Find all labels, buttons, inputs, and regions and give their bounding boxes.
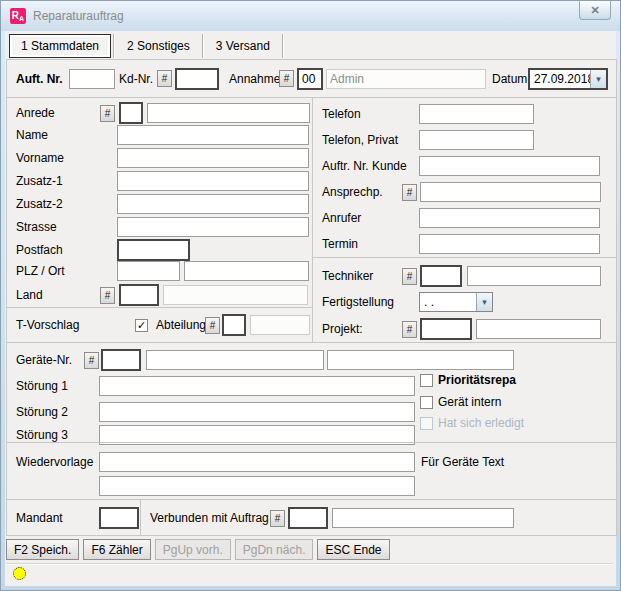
mandant-input[interactable] [99, 507, 139, 529]
abteilung-input[interactable] [250, 315, 310, 335]
fertigstellung-value: . . [420, 295, 476, 309]
techniker-lookup-button[interactable]: # [402, 268, 417, 285]
stoerung1-row: Störung 1 [7, 376, 616, 396]
name-input[interactable] [117, 125, 309, 145]
zusatz2-row: Zusatz-2 [7, 194, 312, 214]
termin-input[interactable] [419, 234, 600, 254]
abteilung-code-input[interactable] [222, 314, 246, 336]
telefon-privat-label: Telefon, Privat [322, 133, 419, 147]
esc-end-button[interactable]: ESC Ende [317, 539, 389, 560]
verbunden-code-input[interactable] [288, 507, 328, 529]
vorname-input[interactable] [117, 148, 309, 168]
kd-nr-input[interactable] [175, 68, 219, 90]
kd-nr-lookup-button[interactable]: # [157, 70, 172, 87]
projekt-lookup-button[interactable]: # [402, 321, 417, 338]
projekt-row: Projekt: # [313, 318, 616, 340]
geraet-intern-option: Gerät intern [420, 395, 501, 409]
hat-sich-erledigt-checkbox[interactable] [420, 417, 433, 430]
counter-button[interactable]: F6 Zähler [83, 539, 150, 560]
stoerung1-input[interactable] [99, 376, 415, 396]
anrufer-label: Anrufer [322, 211, 419, 225]
telefon-privat-input[interactable] [419, 130, 534, 150]
t-vorschlag-label: T-Vorschlag [16, 318, 135, 332]
close-button[interactable]: ✕ [579, 1, 611, 20]
tab-separator [202, 34, 204, 58]
verbunden-lookup-button[interactable]: # [270, 510, 285, 527]
geraet-intern-label: Gerät intern [438, 395, 501, 409]
wiedervorlage-input-1[interactable] [99, 452, 415, 472]
zusatz1-label: Zusatz-1 [16, 174, 117, 188]
anrede-code-input[interactable] [119, 102, 143, 124]
land-code-input[interactable] [119, 284, 159, 306]
zusatz2-input[interactable] [117, 194, 309, 214]
app-icon-letter-r: R [12, 11, 19, 21]
annahme-label: Annahme [229, 72, 279, 86]
fertigstellung-row: Fertigstellung . . ▾ [313, 292, 616, 312]
stoerung3-label: Störung 3 [16, 428, 99, 442]
projekt-label: Projekt: [322, 322, 402, 336]
pgup-previous-button[interactable]: PgUp vorh. [155, 539, 231, 560]
plz-input[interactable] [117, 261, 180, 281]
contact-section: Telefon Telefon, Privat Auftr. Nr. Kunde… [312, 98, 616, 342]
ansprechp-input[interactable] [420, 182, 601, 202]
save-button[interactable]: F2 Speich. [6, 539, 79, 560]
techniker-input[interactable] [467, 266, 601, 286]
t-vorschlag-section: T-Vorschlag ✓ Abteilung # [7, 307, 312, 342]
pgdn-next-button[interactable]: PgDn näch. [235, 539, 314, 560]
order-header-section: Auft. Nr. Kd-Nr. # Annahme # Datum 27.09… [7, 60, 616, 98]
abteilung-lookup-button[interactable]: # [205, 317, 220, 334]
termin-row: Termin [313, 234, 616, 254]
techniker-code-input[interactable] [420, 265, 462, 287]
projekt-input[interactable] [476, 319, 601, 339]
verbunden-label: Verbunden mit Auftrag [150, 511, 270, 525]
fertigstellung-combobox[interactable]: . . ▾ [419, 292, 493, 312]
address-section: Anrede # Name Vorname Zusatz-1 [7, 98, 312, 342]
vorname-row: Vorname [7, 148, 312, 168]
auftr-nr-kunde-label: Auftr. Nr. Kunde [322, 159, 419, 173]
tab-sonstiges[interactable]: 2 Sonstiges [117, 35, 200, 57]
geraete-nr-input-2[interactable] [327, 350, 514, 370]
t-vorschlag-checkbox[interactable]: ✓ [135, 319, 148, 332]
land-lookup-button[interactable]: # [100, 287, 115, 304]
tab-versand[interactable]: 3 Versand [206, 35, 280, 57]
geraete-nr-code-input[interactable] [101, 349, 141, 371]
datum-dropdown-button[interactable]: ▾ [590, 70, 606, 88]
telefon-row: Telefon [313, 104, 616, 124]
auft-nr-input[interactable] [69, 69, 115, 89]
stoerung2-input[interactable] [99, 402, 415, 422]
annahme-lookup-button[interactable]: # [279, 70, 294, 87]
annahme-code-input[interactable] [297, 68, 323, 90]
postfach-input[interactable] [117, 239, 190, 261]
strasse-row: Strasse [7, 217, 312, 237]
auftr-nr-kunde-input[interactable] [419, 156, 600, 176]
chevron-down-icon: ▾ [482, 297, 487, 307]
check-icon: ✓ [137, 320, 146, 331]
anrede-input[interactable] [147, 103, 310, 123]
tab-stammdaten[interactable]: 1 Stammdaten [9, 34, 111, 58]
window-title: Reparaturauftrag [33, 9, 124, 23]
termin-label: Termin [322, 237, 419, 251]
name-label: Name [16, 128, 117, 142]
projekt-code-input[interactable] [420, 318, 472, 340]
hat-sich-erledigt-option: Hat sich erledigt [420, 416, 524, 430]
wiedervorlage-row-1: Wiedervorlage Für Geräte Text [7, 452, 616, 472]
zusatz1-input[interactable] [117, 171, 309, 191]
wiedervorlage-input-2[interactable] [99, 476, 415, 496]
annahme-user-input[interactable] [326, 69, 486, 89]
geraete-nr-input-1[interactable] [146, 350, 324, 370]
telefon-label: Telefon [322, 107, 419, 121]
telefon-input[interactable] [419, 104, 534, 124]
ansprechp-lookup-button[interactable]: # [402, 184, 417, 201]
anrufer-input[interactable] [419, 208, 600, 228]
datum-combobox[interactable]: 27.09.2018 ▾ [528, 68, 608, 90]
ort-input[interactable] [184, 261, 309, 281]
anrede-lookup-button[interactable]: # [100, 105, 115, 122]
abteilung-label: Abteilung [156, 318, 202, 332]
prioritaetsrepa-checkbox[interactable] [420, 374, 433, 387]
fertigstellung-dropdown-button[interactable]: ▾ [476, 293, 492, 311]
strasse-input[interactable] [117, 217, 309, 237]
verbunden-input[interactable] [332, 508, 514, 528]
land-input[interactable] [163, 285, 308, 305]
geraet-intern-checkbox[interactable] [420, 396, 433, 409]
geraete-nr-lookup-button[interactable]: # [84, 352, 99, 369]
